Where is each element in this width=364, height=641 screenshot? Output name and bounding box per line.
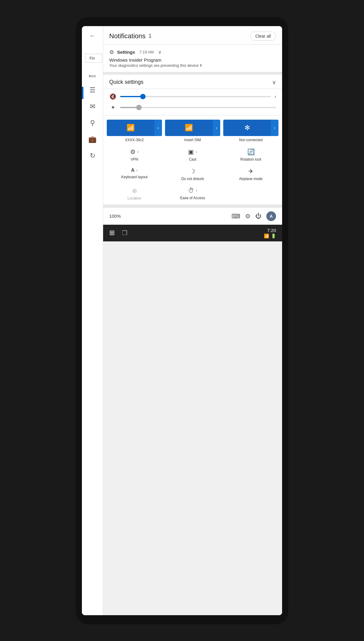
keyboard-layout-icon: A xyxy=(131,168,135,173)
vpn-tile[interactable]: ⚙ › xyxy=(130,148,139,155)
wifi-tile-group: 📶 › XXXX-36c2 xyxy=(107,120,162,142)
notifications-title: Notifications xyxy=(109,32,146,40)
notification-chevron-icon[interactable]: ∨ xyxy=(158,49,162,55)
sim-tile-label: Insert SIM xyxy=(184,138,201,142)
notifications-header: Notifications 1 Clear all xyxy=(103,26,282,45)
phone-screen: ← Fin Accc ☰ ✉ ⚲ 💼 ↻ Notifications 1 Cle… xyxy=(82,26,282,615)
connectivity-tiles-row: 📶 › XXXX-36c2 📶 › xyxy=(107,120,278,142)
volume-slider-fill xyxy=(120,96,143,97)
sidebar-active-indicator xyxy=(82,87,83,99)
notification-app-name: Settings xyxy=(117,49,135,55)
brightness-icon: ✦ xyxy=(109,104,116,111)
airplane-mode-label: Airplane mode xyxy=(239,177,262,181)
taskbar-status-icons: 📶 🔋 xyxy=(264,234,276,238)
people-icon[interactable]: ☰ xyxy=(89,86,96,94)
section-divider-2 xyxy=(103,205,282,207)
volume-slider-track[interactable] xyxy=(120,96,271,97)
airplane-mode-tile[interactable]: ✈ xyxy=(248,168,254,175)
cast-arrow-icon[interactable]: › xyxy=(196,149,197,154)
do-not-disturb-icon: ☽ xyxy=(190,168,195,175)
status-bar: 100% ⌨ ⚙ ⏻ A xyxy=(103,207,282,225)
bluetooth-tile-main[interactable]: ✻ xyxy=(223,120,271,136)
volume-expand-icon[interactable]: › xyxy=(275,94,276,99)
location-label: Location xyxy=(127,196,141,200)
cast-tile[interactable]: ▣ › xyxy=(188,148,197,155)
notification-title: Windows Insider Program xyxy=(109,57,276,63)
volume-slider-row: 🔇 › xyxy=(109,93,276,100)
taskbar-battery-icon: 🔋 xyxy=(271,234,276,238)
do-not-disturb-tile[interactable]: ☽ xyxy=(190,168,195,175)
refresh-icon[interactable]: ↻ xyxy=(90,152,95,160)
rotation-lock-icon: 🔄 xyxy=(247,148,255,155)
user-avatar[interactable]: A xyxy=(266,211,276,221)
sliders-area: 🔇 › ✦ xyxy=(103,89,282,115)
taskbar: ⊞ ❒ 7:20 📶 🔋 xyxy=(103,225,282,241)
accc-label: Accc xyxy=(89,74,96,78)
taskbar-wifi-icon: 📶 xyxy=(264,234,269,238)
notifications-title-group: Notifications 1 xyxy=(109,32,152,40)
wifi-tile-arrow[interactable]: › xyxy=(154,120,162,136)
secondary-tiles-row-3: ⊕ Location ⏱ › Ease of Access xyxy=(107,187,278,200)
vpn-tile-group: ⚙ › VPN xyxy=(107,148,162,162)
wifi-icon: 📶 xyxy=(126,124,135,132)
ease-of-access-arrow-icon[interactable]: › xyxy=(196,188,197,193)
keyboard-icon[interactable]: ⌨ xyxy=(231,213,240,220)
sim-tile-main[interactable]: 📶 xyxy=(165,120,213,136)
ease-of-access-tile[interactable]: ⏱ › xyxy=(188,187,197,194)
main-content: Notifications 1 Clear all ⚙ Settings 7:1… xyxy=(103,26,282,615)
briefcase-icon[interactable]: 💼 xyxy=(88,135,96,143)
notification-time: 7:19 AM xyxy=(139,50,154,54)
keyboard-layout-arrow-icon[interactable]: › xyxy=(136,168,138,172)
rotation-lock-tile[interactable]: 🔄 xyxy=(247,148,255,155)
rotation-lock-label: Rotation lock xyxy=(240,157,261,162)
ease-of-access-tile-group: ⏱ › Ease of Access xyxy=(165,187,220,200)
back-button[interactable]: ← xyxy=(89,32,96,39)
taskbar-right: 7:20 📶 🔋 xyxy=(264,228,276,238)
find-input[interactable]: Fin xyxy=(86,54,102,63)
rotation-lock-tile-group: 🔄 Rotation lock xyxy=(223,148,278,162)
secondary-tiles-row-2: A › Keyboard layout ☽ Do not disturb xyxy=(107,168,278,181)
brightness-slider-row: ✦ xyxy=(109,104,276,111)
location-icon: ⊕ xyxy=(132,187,137,194)
taskbar-files-icon[interactable]: ❒ xyxy=(122,229,127,237)
bluetooth-tile-group: ✻ › Not connected xyxy=(223,120,278,142)
keyboard-layout-tile[interactable]: A › xyxy=(131,168,138,173)
bluetooth-tile[interactable]: ✻ › xyxy=(223,120,278,136)
sim-tile-arrow[interactable]: › xyxy=(213,120,220,136)
bluetooth-tile-arrow[interactable]: › xyxy=(271,120,278,136)
taskbar-left: ⊞ ❒ xyxy=(109,229,127,237)
wifi-tile[interactable]: 📶 › xyxy=(107,120,162,136)
airplane-mode-icon: ✈ xyxy=(248,168,254,175)
cast-label: Cast xyxy=(189,157,197,162)
ease-of-access-label: Ease of Access xyxy=(180,196,205,200)
quick-settings-collapse-icon[interactable]: ∨ xyxy=(272,79,276,86)
vpn-label: VPN xyxy=(131,157,138,162)
notification-item[interactable]: ⚙ Settings 7:19 AM ∨ Windows Insider Pro… xyxy=(103,45,282,72)
location-tile[interactable]: ⊕ xyxy=(132,187,137,194)
do-not-disturb-tile-group: ☽ Do not disturb xyxy=(165,168,220,181)
notifications-count: 1 xyxy=(149,33,152,39)
power-icon[interactable]: ⏻ xyxy=(255,213,261,220)
settings-icon[interactable]: ⚙ xyxy=(245,213,251,220)
mail-icon[interactable]: ✉ xyxy=(90,103,95,111)
vpn-icon: ⚙ xyxy=(130,148,136,155)
airplane-mode-tile-group: ✈ Airplane mode xyxy=(223,168,278,181)
quick-settings-header: Quick settings ∨ xyxy=(103,75,282,89)
search-icon[interactable]: ⚲ xyxy=(90,119,95,127)
cellular-icon: 📶 xyxy=(185,124,193,132)
do-not-disturb-label: Do not disturb xyxy=(181,177,204,181)
settings-gear-icon: ⚙ xyxy=(109,49,114,56)
phone-frame: ← Fin Accc ☰ ✉ ⚲ 💼 ↻ Notifications 1 Cle… xyxy=(76,17,288,624)
cast-icon: ▣ xyxy=(188,148,194,155)
wifi-tile-main[interactable]: 📶 xyxy=(107,120,154,136)
connectivity-tiles-section: 📶 › XXXX-36c2 📶 › xyxy=(103,115,282,205)
vpn-arrow-icon[interactable]: › xyxy=(137,149,139,154)
notification-body: Your diagnostics settings are preventing… xyxy=(109,63,276,68)
clear-all-button[interactable]: Clear all xyxy=(250,32,276,41)
sim-tile[interactable]: 📶 › xyxy=(165,120,220,136)
secondary-tiles-row-1: ⚙ › VPN ▣ › Cast xyxy=(107,148,278,162)
sim-tile-group: 📶 › Insert SIM xyxy=(165,120,220,142)
brightness-slider-track[interactable] xyxy=(120,107,276,108)
windows-start-button[interactable]: ⊞ xyxy=(109,229,115,237)
notification-item-header: ⚙ Settings 7:19 AM ∨ xyxy=(109,49,276,56)
